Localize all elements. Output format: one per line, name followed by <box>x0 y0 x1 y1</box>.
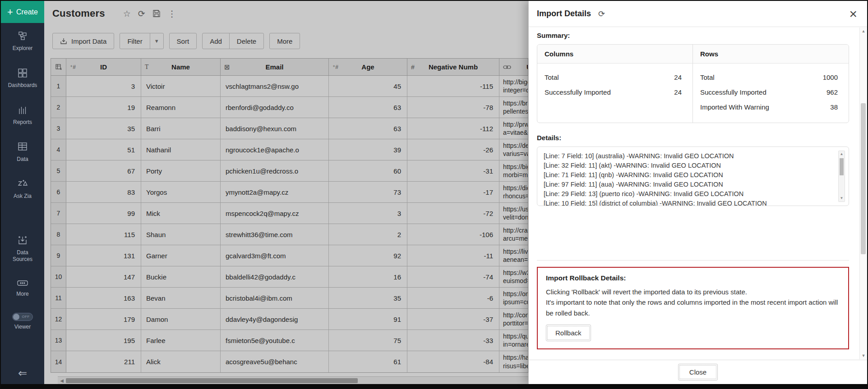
details-scrollbar[interactable]: ▲ ▼ <box>838 151 845 202</box>
sidebar-item-data-sources[interactable]: Data Sources <box>1 235 44 262</box>
cell-negative-number[interactable]: -17 <box>407 182 499 202</box>
table-row[interactable]: 6 83 Yorgos ymynott2a@mapy.cz 73 -17 htt… <box>51 182 528 203</box>
sidebar-item-dashboards[interactable]: Dashboards <box>1 68 44 89</box>
filter-button[interactable]: Filter <box>120 33 149 49</box>
cell-url[interactable]: https://quin=ornare <box>499 330 528 351</box>
cell-email[interactable]: strewhitt36@time.com <box>221 224 329 245</box>
table-row[interactable]: 7 99 Mick mspencock2q@mapy.cz 3 -72 http… <box>51 203 528 224</box>
cell-negative-number[interactable]: -72 <box>407 203 499 224</box>
cell-email[interactable]: rbenfordi@godaddy.co <box>221 97 329 118</box>
scroll-up-icon[interactable]: ▲ <box>860 29 867 33</box>
save-icon[interactable] <box>152 9 161 18</box>
sidebar-item-ask-zia[interactable]: Ask Zia <box>1 178 44 199</box>
cell-age[interactable]: 39 <box>329 139 407 160</box>
cell-age[interactable]: 75 <box>329 330 407 351</box>
cell-age[interactable]: 61 <box>329 351 407 372</box>
close-button[interactable]: Close <box>678 364 718 380</box>
cell-id[interactable]: 83 <box>66 182 141 202</box>
cell-id[interactable]: 19 <box>66 97 141 118</box>
cell-url[interactable]: https://omipsum=cu <box>499 288 528 308</box>
cell-negative-number[interactable]: -112 <box>407 118 499 139</box>
cell-email[interactable]: ngroucock1e@apache.o <box>221 139 329 160</box>
scroll-up-icon[interactable]: ▲ <box>840 151 844 157</box>
panel-close-icon[interactable]: × <box>849 9 857 19</box>
table-row[interactable]: 5 67 Porty pchicken1u@redcross.o 60 -31 … <box>51 160 528 182</box>
cell-email[interactable]: gcalvard3m@ft.com <box>221 245 329 266</box>
add-button[interactable]: Add <box>203 33 229 49</box>
cell-url[interactable]: http://craiarcu=met <box>499 224 528 245</box>
cell-name[interactable]: Bevan <box>141 288 221 308</box>
cell-email[interactable]: vschlagtmans2@nsw.go <box>221 76 329 96</box>
panel-refresh-icon[interactable]: ⟳ <box>598 10 605 18</box>
cell-id[interactable]: 179 <box>66 309 141 330</box>
cell-url[interactable]: https://livaenean=a <box>499 245 528 266</box>
cell-age[interactable]: 63 <box>329 118 407 139</box>
cell-email[interactable]: pchicken1u@redcross.o <box>221 160 329 181</box>
rollback-button[interactable]: Rollback <box>546 325 591 341</box>
cell-id[interactable]: 211 <box>66 351 141 372</box>
cell-email[interactable]: bcristobal4i@ibm.com <box>221 288 329 308</box>
column-header-email[interactable]: ⊠ Email <box>221 59 329 75</box>
cell-name[interactable]: Victoir <box>141 76 221 96</box>
cell-negative-number[interactable]: -74 <box>407 266 499 287</box>
cell-id[interactable]: 163 <box>66 288 141 308</box>
cell-email[interactable]: bbaldelli42@godaddy.c <box>221 266 329 287</box>
cell-name[interactable]: Farlee <box>141 330 221 351</box>
cell-name[interactable]: Yorgos <box>141 182 221 202</box>
cell-url[interactable]: http://prwa=vitae&p <box>499 118 528 139</box>
table-row[interactable]: 1 3 Victoir vschlagtmans2@nsw.go 45 -115… <box>51 76 528 97</box>
cell-email[interactable]: baddisony@hexun.com <box>221 118 329 139</box>
cell-name[interactable]: Reamonn <box>141 97 221 118</box>
cell-email[interactable]: acosgreave5u@behanc <box>221 351 329 372</box>
cell-negative-number[interactable]: -26 <box>407 139 499 160</box>
cell-name[interactable]: Porty <box>141 160 221 181</box>
sidebar-item-data[interactable]: Data <box>1 142 44 162</box>
cell-age[interactable]: 91 <box>329 309 407 330</box>
cell-negative-number[interactable]: -31 <box>407 160 499 181</box>
kebab-menu-icon[interactable]: ⋮ <box>168 9 176 18</box>
cell-name[interactable]: Garner <box>141 245 221 266</box>
cell-negative-number[interactable]: -6 <box>407 288 499 308</box>
column-header-age[interactable]: ⁺# Age <box>329 59 407 75</box>
cell-name[interactable]: Shaun <box>141 224 221 245</box>
cell-url[interactable]: https://brapellentesc <box>499 97 528 118</box>
column-header-id[interactable]: ⁺# ID <box>66 59 141 75</box>
cell-url[interactable]: http://bigcinteger=q <box>499 76 528 96</box>
cell-url[interactable]: https://bigmorbi=mi <box>499 160 528 181</box>
cell-name[interactable]: Buckie <box>141 266 221 287</box>
scroll-down-icon[interactable]: ▼ <box>860 353 867 358</box>
cell-id[interactable]: 67 <box>66 160 141 181</box>
filter-caret-icon[interactable]: ▼ <box>150 33 163 49</box>
table-row[interactable]: 10 147 Buckie bbaldelli42@godaddy.c 16 -… <box>51 266 528 288</box>
horizontal-scroll-thumb[interactable] <box>66 378 358 383</box>
table-row[interactable]: 9 131 Garner gcalvard3m@ft.com 92 -11 ht… <box>51 245 528 266</box>
cell-age[interactable]: 2 <box>329 224 407 245</box>
select-all-header[interactable] <box>51 59 66 75</box>
cell-age[interactable]: 3 <box>329 203 407 224</box>
sort-button[interactable]: Sort <box>169 33 197 49</box>
cell-id[interactable]: 99 <box>66 203 141 224</box>
table-row[interactable]: 8 115 Shaun strewhitt36@time.com 2 -106 … <box>51 224 528 245</box>
cell-name[interactable]: Mick <box>141 203 221 224</box>
cell-email[interactable]: ymynott2a@mapy.cz <box>221 182 329 202</box>
sidebar-item-more[interactable]: More <box>1 279 44 297</box>
cell-negative-number[interactable]: -78 <box>407 97 499 118</box>
column-header-negative-number[interactable]: # Negative Numb <box>407 59 499 75</box>
sidebar-item-explorer[interactable]: Explorer <box>1 31 44 52</box>
scroll-left-icon[interactable]: ◀ <box>58 378 66 383</box>
cell-negative-number[interactable]: -84 <box>407 351 499 372</box>
cell-url[interactable]: https://w3euismod= <box>499 266 528 287</box>
panel-scrollbar[interactable]: ▲ ▼ <box>859 27 867 359</box>
cell-name[interactable]: Damon <box>141 309 221 330</box>
table-row[interactable]: 11 163 Bevan bcristobal4i@ibm.com 35 -6 … <box>51 288 528 309</box>
cell-age[interactable]: 45 <box>329 76 407 96</box>
cell-url[interactable]: https://harisus=libe <box>499 351 528 372</box>
cell-age[interactable]: 16 <box>329 266 407 287</box>
favorite-star-icon[interactable]: ☆ <box>123 9 131 18</box>
scroll-down-icon[interactable]: ▼ <box>840 195 844 201</box>
cell-age[interactable]: 63 <box>329 97 407 118</box>
column-header-name[interactable]: T Name <box>141 59 221 75</box>
sidebar-item-reports[interactable]: Reports <box>1 105 44 126</box>
table-row[interactable]: 3 35 Barri baddisony@hexun.com 63 -112 h… <box>51 118 528 139</box>
table-row[interactable]: 13 195 Farlee fsmieton5e@youtube.c 75 -3… <box>51 330 528 351</box>
